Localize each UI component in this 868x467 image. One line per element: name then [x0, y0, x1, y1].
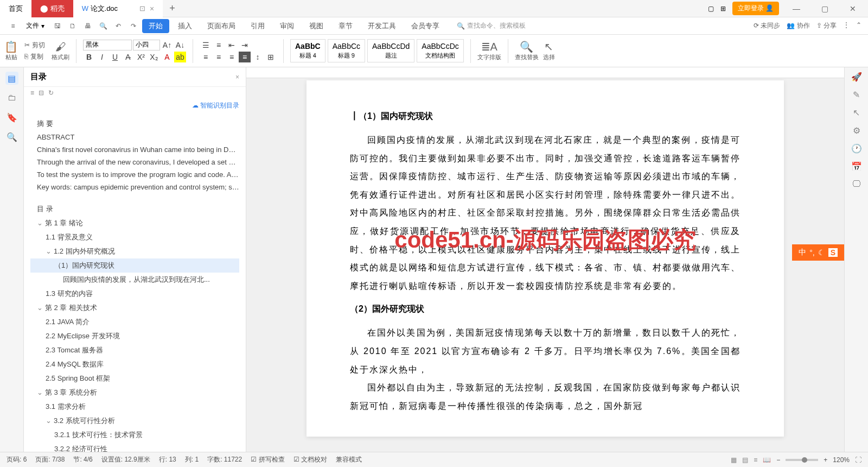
close-icon[interactable]: × — [150, 4, 154, 13]
maximize-button[interactable]: ▢ — [814, 4, 835, 13]
toc-item[interactable]: 1.1 背景及意义 — [30, 230, 239, 244]
zoom-in-button[interactable]: + — [824, 456, 827, 464]
pencil-icon[interactable]: ✎ — [853, 90, 860, 100]
outline-icon[interactable]: ▤ — [5, 72, 18, 85]
italic-button[interactable]: I — [96, 52, 108, 62]
status-chars[interactable]: 字数: 11722 — [207, 455, 242, 464]
view-web-icon[interactable]: ▤ — [742, 456, 748, 464]
view-outline-icon[interactable]: ≡ — [754, 456, 757, 464]
size-select[interactable] — [133, 40, 160, 51]
toc-item[interactable]: ⌄1.2 国内外研究概况 — [30, 244, 239, 258]
toc-item[interactable]: ⌄第 3 章 系统分析 — [30, 386, 239, 400]
document-area[interactable]: code51.cn-源码乐园盗图必究 ┃（1）国内研究现状 回顾国内疫情的发展，… — [246, 67, 844, 452]
status-section[interactable]: 节: 4/6 — [73, 455, 92, 464]
status-page-num[interactable]: 页码: 6 — [7, 455, 27, 464]
login-button[interactable]: 立即登录 👤 — [732, 2, 779, 15]
calendar-icon[interactable]: 📅 — [851, 161, 862, 172]
toc-item[interactable]: 2.2 MyEclipse 开发环境 — [30, 329, 239, 343]
fullscreen-icon[interactable]: ⛶ — [855, 456, 861, 464]
share-button[interactable]: ⇪ 分享 — [816, 21, 837, 30]
paste-button[interactable]: 📋粘贴 — [4, 40, 18, 61]
redo-icon[interactable]: ↷ — [127, 20, 140, 33]
horizontal-ruler[interactable] — [246, 67, 844, 78]
toc-item[interactable]: ABSTRACT — [30, 131, 239, 143]
border-icon[interactable]: ⊞ — [265, 52, 277, 62]
bold-button[interactable]: B — [83, 52, 95, 62]
format-painter[interactable]: 🖌格式刷 — [52, 41, 69, 61]
tab-dev[interactable]: 开发工具 — [361, 19, 403, 33]
file-menu[interactable]: 文件▾ — [22, 21, 49, 30]
strike-button[interactable]: A̶ — [122, 52, 134, 62]
find-replace-button[interactable]: 🔍查找替换 — [515, 40, 539, 61]
preview-icon[interactable]: 🔍 — [97, 20, 110, 33]
copy-button[interactable]: ⎘复制 — [22, 51, 47, 62]
subscript-button[interactable]: X₂ — [148, 52, 160, 62]
align-center-icon[interactable]: ≡ — [213, 52, 225, 62]
numbering-icon[interactable]: ≡ — [213, 40, 225, 51]
tab-menu-icon[interactable]: ⊡ — [139, 4, 145, 12]
highlight-button[interactable]: ab — [174, 52, 186, 62]
text-layout-button[interactable]: ≣A文字排版 — [477, 40, 501, 61]
hamburger-icon[interactable]: ≡ — [7, 20, 20, 33]
chevron-down-icon[interactable]: ⌄ — [37, 304, 43, 312]
toc-item[interactable]: ⌄第 2 章 相关技术 — [30, 301, 239, 315]
tab-reference[interactable]: 引用 — [244, 19, 271, 33]
tab-view[interactable]: 视图 — [303, 19, 330, 33]
underline-button[interactable]: U — [109, 52, 121, 62]
line-spacing-icon[interactable]: ↕ — [252, 52, 264, 62]
toc-refresh-icon[interactable]: ↻ — [48, 89, 54, 97]
clock-icon[interactable]: 🕐 — [851, 143, 862, 154]
style-heading9[interactable]: AaBbCc标题 9 — [328, 39, 365, 62]
tab-docshell[interactable]: ⬤ 稻壳 — [31, 0, 73, 17]
new-tab-button[interactable]: + — [163, 3, 182, 14]
indent-inc-icon[interactable]: ⇥ — [239, 40, 251, 51]
tab-start[interactable]: 开始 — [142, 19, 169, 33]
tab-home[interactable]: 首页 — [0, 0, 31, 17]
tab-document[interactable]: W 论文.doc ⊡ × — [73, 0, 163, 17]
close-button[interactable]: ✕ — [842, 4, 864, 13]
toc-item[interactable]: （1）国内研究现状 — [30, 258, 239, 273]
undo-icon[interactable]: ↶ — [112, 20, 125, 33]
view-print-icon[interactable]: ▦ — [731, 456, 737, 464]
settings-icon[interactable]: ⚙ — [853, 125, 860, 136]
bookmark-icon[interactable]: 🔖 — [5, 111, 18, 124]
minimize-button[interactable]: — — [786, 4, 807, 13]
more-icon[interactable]: ⋮ — [843, 21, 850, 30]
view-read-icon[interactable]: 📖 — [763, 456, 771, 464]
toc-item[interactable]: China's first novel coronavirus in Wuhan… — [30, 143, 239, 156]
style-caption[interactable]: AaBbCcDd题注 — [367, 39, 414, 62]
zoom-level[interactable]: 120% — [833, 456, 850, 464]
bullets-icon[interactable]: ☰ — [200, 40, 212, 51]
chevron-down-icon[interactable]: ⌄ — [37, 219, 43, 227]
tab-review[interactable]: 审阅 — [273, 19, 301, 33]
folder-icon[interactable]: 🗀 — [5, 91, 18, 104]
toc-item[interactable]: 摘 要 — [30, 117, 239, 131]
status-proof[interactable]: ☑ 文档校对 — [293, 455, 327, 464]
font-select[interactable] — [83, 40, 132, 51]
screen-icon[interactable]: 🖵 — [852, 179, 861, 189]
zoom-out-button[interactable]: − — [776, 456, 780, 464]
toc-close-icon[interactable]: × — [235, 73, 239, 81]
toc-item[interactable]: 3.2.2 经济可行性 — [30, 442, 239, 452]
status-spellcheck[interactable]: ☑ 拼写检查 — [251, 455, 284, 464]
print-icon[interactable]: 🖶 — [81, 20, 94, 33]
pointer-icon[interactable]: ↖ — [853, 108, 860, 118]
toc-smart-detect[interactable]: ☁ 智能识别目录 — [24, 99, 246, 112]
search-panel-icon[interactable]: 🔍 — [5, 130, 18, 143]
toc-list-icon[interactable]: ≡ — [30, 89, 34, 97]
toc-item[interactable]: 2.1 JAVA 简介 — [30, 315, 239, 329]
ime-indicator[interactable]: 中 °, ☾ S — [792, 244, 844, 261]
toc-item[interactable]: ⌄3.2 系统可行性分析 — [30, 414, 239, 428]
toc-item[interactable]: To test the system is to improve the pro… — [30, 168, 239, 181]
sync-status[interactable]: ⟳ 未同步 — [754, 21, 780, 30]
align-justify-icon[interactable]: ≡ — [239, 52, 251, 62]
save-icon[interactable]: 🖫 — [51, 20, 64, 33]
toc-item[interactable]: ⌄第 1 章 绪论 — [30, 216, 239, 230]
shrink-font-icon[interactable]: A↓ — [174, 40, 186, 51]
font-color-button[interactable]: A — [161, 52, 173, 62]
toc-item[interactable]: 2.3 Tomcat 服务器 — [30, 343, 239, 357]
status-page-of[interactable]: 页面: 7/38 — [35, 455, 65, 464]
chevron-down-icon[interactable]: ⌄ — [46, 247, 52, 255]
tab-section[interactable]: 章节 — [332, 19, 359, 33]
rocket-icon[interactable]: 🚀 — [851, 72, 862, 82]
